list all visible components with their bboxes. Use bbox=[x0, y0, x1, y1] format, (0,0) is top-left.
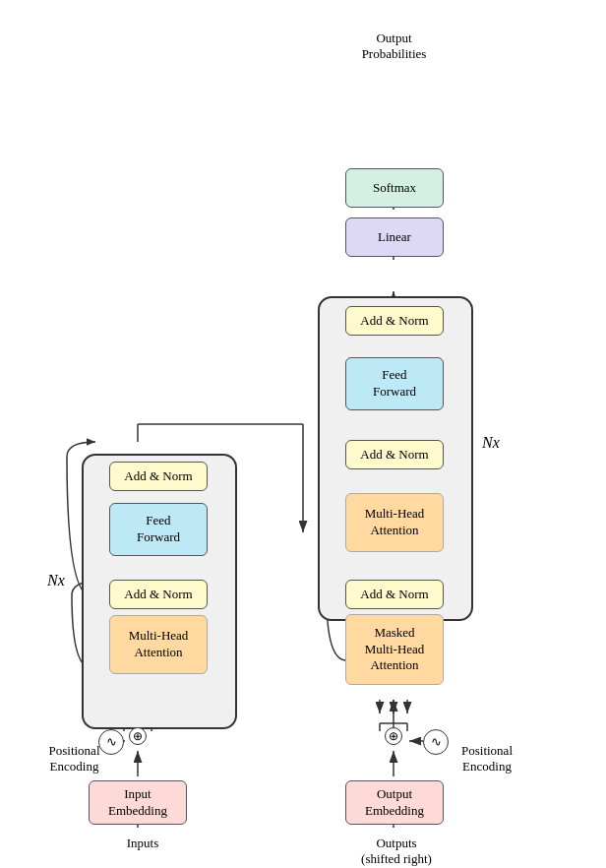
outputs-label: Outputs(shifted right) bbox=[347, 836, 446, 867]
encoder-plus-circle: ⊕ bbox=[129, 727, 147, 745]
encoder-nx-label: Nx bbox=[47, 572, 65, 589]
softmax-box: Softmax bbox=[345, 168, 444, 208]
decoder-add-norm-top: Add & Norm bbox=[345, 306, 444, 336]
transformer-diagram: OutputProbabilities Softmax Linear Add &… bbox=[18, 11, 588, 857]
encoder-feed-forward: FeedForward bbox=[109, 503, 208, 556]
decoder-nx-label: Nx bbox=[482, 434, 500, 452]
output-probs-label: OutputProbabilities bbox=[323, 31, 465, 62]
decoder-add-norm-mid: Add & Norm bbox=[345, 440, 444, 469]
decoder-positional-encoding: PositionalEncoding bbox=[433, 743, 541, 775]
encoder-positional-encoding: PositionalEncoding bbox=[37, 743, 111, 775]
decoder-feed-forward: FeedForward bbox=[345, 357, 444, 410]
linear-box: Linear bbox=[345, 217, 444, 257]
output-embedding-box: OutputEmbedding bbox=[345, 780, 444, 825]
encoder-add-norm-top: Add & Norm bbox=[109, 462, 208, 491]
masked-multi-head-box: MaskedMulti-HeadAttention bbox=[345, 614, 444, 685]
encoder-add-norm-bottom: Add & Norm bbox=[109, 580, 208, 609]
input-embedding-box: InputEmbedding bbox=[89, 780, 187, 825]
decoder-plus-circle: ⊕ bbox=[385, 727, 402, 745]
encoder-multi-head: Multi-HeadAttention bbox=[109, 615, 208, 674]
decoder-add-norm-bottom: Add & Norm bbox=[345, 580, 444, 609]
inputs-label: Inputs bbox=[113, 836, 172, 851]
decoder-multi-head: Multi-HeadAttention bbox=[345, 493, 444, 552]
